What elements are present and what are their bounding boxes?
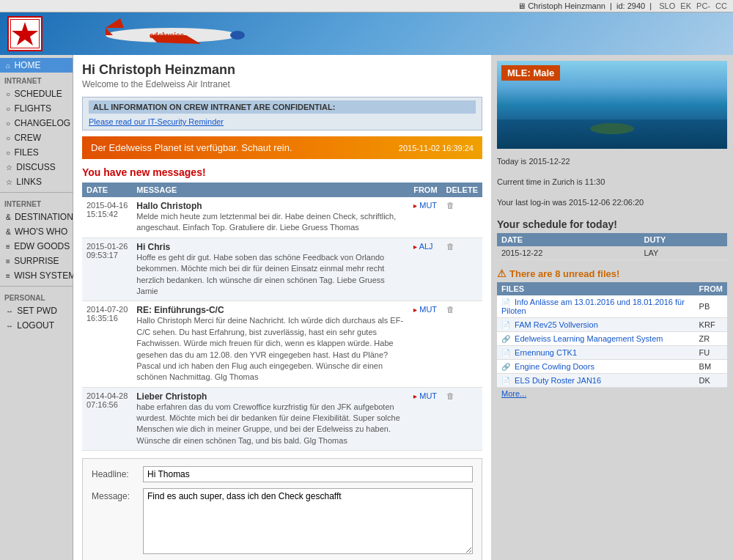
msg-date-3: 2014-04-2807:16:56 <box>82 387 132 451</box>
file-link-3[interactable]: Ernennung CTK1 <box>515 348 577 357</box>
msg-delete-0[interactable]: 🗑 <box>446 201 454 210</box>
file-name-0: 📄 Info Anlässe am 13.01.2016 und 18.01.2… <box>497 295 695 318</box>
message-textarea[interactable] <box>143 488 473 554</box>
msg-content-0: Hallo Christoph Melde mich heute zum let… <box>132 197 409 237</box>
topbar-slo[interactable]: SLO <box>659 1 675 10</box>
sidebar-item-destination[interactable]: & DESTINATION <box>0 210 73 224</box>
sidebar-item-changelog[interactable]: ○ CHANGELOG <box>0 116 73 130</box>
sidebar-item-discuss[interactable]: ☆ DISCUSS <box>0 160 73 174</box>
msg-from-cell-0: ▸ MUT <box>409 197 441 237</box>
current-time: Current time in Zurich is 11:30 <box>497 172 727 193</box>
sidebar-item-home[interactable]: ⌂ HOME <box>0 58 73 73</box>
today-date: Today is 2015-12-22 <box>497 152 727 172</box>
it-security-link[interactable]: Please read our IT-Security Reminder <box>89 117 224 126</box>
col-message: MESSAGE <box>132 183 409 197</box>
files-icon: ○ <box>6 149 10 157</box>
file-name-5: 📄 ELS Duty Roster JAN16 <box>497 374 695 388</box>
sidebar-item-files[interactable]: ○ FILES <box>0 145 73 160</box>
sidebar-section-internet: INTERNET <box>0 196 73 210</box>
topbar: 🖥 Christoph Heinzmann | id: 2940 | SLO E… <box>0 0 733 12</box>
msg-title-2: RE: Einführungs-C/C <box>136 305 405 315</box>
col-date: DATE <box>82 183 132 197</box>
topbar-cc[interactable]: CC <box>715 1 727 10</box>
main-layout: ⌂ HOME INTRANET ○ SCHEDULE ○ FLIGHTS ○ C… <box>0 55 733 560</box>
msg-from-cell-3: ▸ MUT <box>409 387 441 451</box>
sidebar-logout-label: LOGOUT <box>17 320 54 331</box>
file-link-5[interactable]: ELS Duty Roster JAN16 <box>515 376 601 385</box>
sidebar-item-links[interactable]: ☆ LINKS <box>0 174 73 189</box>
mle-image: MLE: Male <box>497 61 727 149</box>
date-info-block: Today is 2015-12-22 Current time in Zuri… <box>497 152 727 213</box>
file-from-4: BM <box>695 360 727 374</box>
sidebar-item-schedule[interactable]: ○ SCHEDULE <box>0 86 73 101</box>
headline-label: Headline: <box>92 466 143 479</box>
msg-del-cell-3[interactable]: 🗑 <box>442 387 482 451</box>
sidebar-item-surprise[interactable]: ≡ SURPRISE <box>0 254 73 268</box>
topbar-pc[interactable]: PC- <box>696 1 710 10</box>
msg-delete-3[interactable]: 🗑 <box>446 391 454 400</box>
file-icon-2: 🔗 <box>501 335 510 343</box>
msg-from-1[interactable]: ALJ <box>419 242 433 251</box>
more-files-link[interactable]: More... <box>497 388 727 399</box>
sidebar-item-crew[interactable]: ○ CREW <box>0 130 73 145</box>
sidebar-item-edw-goods[interactable]: ≡ EDW GOODS <box>0 239 73 254</box>
mle-title: MLE: Male <box>501 65 560 81</box>
msg-delete-2[interactable]: 🗑 <box>446 305 454 314</box>
sidebar-item-wish-system[interactable]: ≡ WISH SYSTEM <box>0 268 73 283</box>
msg-del-cell-1[interactable]: 🗑 <box>442 237 482 301</box>
col-from: FROM <box>409 183 441 197</box>
msg-arrow-3: ▸ <box>413 392 417 400</box>
msg-body-3: habe erfahren das du vom Crewoffice kurz… <box>136 402 405 447</box>
sidebar-destination-label: DESTINATION <box>15 212 73 222</box>
home-icon: ⌂ <box>6 62 10 70</box>
content-area: Hi Christoph Heinzmann Welcome to the Ed… <box>73 55 491 560</box>
warn-icon: ⚠ <box>497 268 507 279</box>
schedule-icon: ○ <box>6 90 10 98</box>
sidebar-item-set-pwd[interactable]: ↔ SET PWD <box>0 303 73 318</box>
logo <box>7 16 43 51</box>
table-row: 2015-01-2609:53:17 Hi Chris Hoffe es geh… <box>82 237 482 301</box>
schedule-table: DATE DUTY 2015-12-22 LAY <box>497 233 727 260</box>
msg-del-cell-2[interactable]: 🗑 <box>442 301 482 387</box>
schedule-row: 2015-12-22 LAY <box>497 246 727 260</box>
msg-from-2[interactable]: MUT <box>419 305 437 314</box>
msg-delete-1[interactable]: 🗑 <box>446 242 454 251</box>
topbar-icon: 🖥 <box>517 1 526 10</box>
list-item: 📄 FAM Rev25 Vollversion KRF <box>497 318 727 332</box>
topbar-id: id: 2940 <box>616 1 645 10</box>
msg-from-3[interactable]: MUT <box>419 391 437 400</box>
list-item: 📄 Info Anlässe am 13.01.2016 und 18.01.2… <box>497 295 727 318</box>
file-icon-3: 📄 <box>501 349 510 357</box>
file-link-4[interactable]: Engine Cowling Doors <box>515 362 594 371</box>
file-icon-1: 📄 <box>501 321 510 329</box>
table-row: 2014-04-2807:16:56 Lieber Christoph habe… <box>82 387 482 451</box>
file-link-0[interactable]: Info Anlässe am 13.01.2016 und 18.01.201… <box>501 298 685 315</box>
sched-col-duty: DUTY <box>639 233 727 246</box>
sidebar-links-label: LINKS <box>16 177 42 187</box>
destination-icon: & <box>6 213 11 221</box>
info-box-header: ALL INFORMATION ON CREW INTRANET ARE CON… <box>89 100 476 114</box>
list-item: 🔗 Engine Cowling Doors BM <box>497 360 727 374</box>
topbar-ek[interactable]: EK <box>680 1 691 10</box>
file-link-2[interactable]: Edelweiss Learning Management System <box>515 334 663 343</box>
sidebar-item-flights[interactable]: ○ FLIGHTS <box>0 101 73 116</box>
svg-point-5 <box>230 31 245 40</box>
file-icon-5: 📄 <box>501 377 510 385</box>
banner-date: 2015-11-02 16:39:24 <box>399 144 474 152</box>
sidebar-item-logout[interactable]: ↔ LOGOUT <box>0 318 73 333</box>
news-banner[interactable]: Der Edelweiss Planet ist verfügbar. Scha… <box>82 136 482 159</box>
page-greeting: Hi Christoph Heinzmann <box>82 62 482 78</box>
last-login: Your last log-in was 2015-12-06 22:06:20 <box>497 193 727 213</box>
messages-table: DATE MESSAGE FROM DELETE 2015-04-1615:15… <box>82 183 482 451</box>
sidebar-schedule-label: SCHEDULE <box>14 89 62 99</box>
links-icon: ☆ <box>6 178 12 186</box>
file-link-1[interactable]: FAM Rev25 Vollversion <box>515 320 598 329</box>
msg-arrow-1: ▸ <box>413 243 417 251</box>
msg-arrow-0: ▸ <box>413 202 417 210</box>
msg-body-1: Hoffe es geht dir gut. Habe soben das sc… <box>136 252 405 298</box>
headline-input[interactable] <box>143 466 473 482</box>
sidebar-item-whos-who[interactable]: & WHO'S WHO <box>0 224 73 239</box>
msg-del-cell-0[interactable]: 🗑 <box>442 197 482 237</box>
msg-from-0[interactable]: MUT <box>419 201 437 210</box>
message-input-wrap <box>143 488 473 556</box>
